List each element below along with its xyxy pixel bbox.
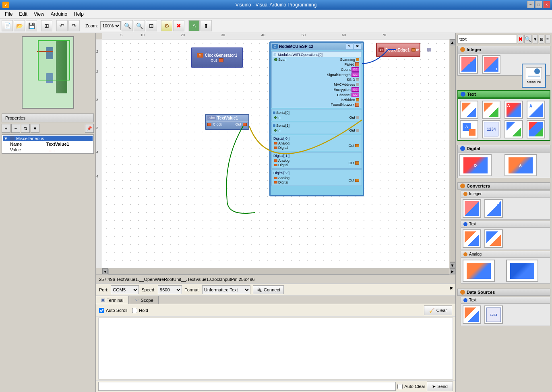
tree-item-miscellaneous[interactable]: ▼ Miscellaneous <box>3 136 93 141</box>
measure-item[interactable]: Measure <box>522 64 550 88</box>
nodemcu-component[interactable]: ⊙ NodeMCU ESP-12 ✎ ✖ ⊞ <box>269 41 364 196</box>
conv-analog-header[interactable]: Analog <box>461 251 550 258</box>
hold-checkbox[interactable]: Hold <box>132 308 148 313</box>
zoom-out-button[interactable]: 🔍 <box>134 20 145 31</box>
open-button[interactable]: 📂 <box>14 20 25 31</box>
props-sort-button[interactable]: ⇅ <box>21 124 30 133</box>
hold-check[interactable] <box>132 308 137 313</box>
text-comp-6[interactable]: 1234 <box>482 120 500 138</box>
menu-help[interactable]: Help <box>70 10 87 18</box>
text-comp-2[interactable] <box>482 101 500 119</box>
auto-clear-checkbox[interactable]: Auto Clear <box>397 384 425 389</box>
menu-view[interactable]: View <box>31 10 48 18</box>
conv-int-comp-2[interactable] <box>484 199 503 218</box>
digital2-label: Digital[ 2 ] <box>273 171 289 175</box>
redo-button[interactable]: ↷ <box>68 20 80 31</box>
connect-button[interactable]: 🔌 Connect <box>253 285 284 294</box>
integer-comp-2[interactable]: 1 <box>482 55 500 74</box>
search-options-button[interactable]: ▼ <box>533 35 538 43</box>
stop-button[interactable]: ✖ <box>173 20 184 31</box>
conv-text-comp-2[interactable] <box>484 229 503 248</box>
search-input[interactable] <box>457 35 517 43</box>
tab-terminal[interactable]: ▣ Terminal <box>96 296 129 304</box>
data-sources-header[interactable]: Data Sources <box>457 289 550 296</box>
format-select[interactable]: Unformatted Text <box>202 285 250 294</box>
zoom-select[interactable]: 50%75%100%125%150%200% <box>100 21 121 30</box>
tree-item-value[interactable]: Value ....... <box>9 147 93 153</box>
run-button[interactable]: ⚙ <box>161 20 172 31</box>
ds-text-header[interactable]: Text <box>461 297 550 303</box>
text-comp-7[interactable] <box>504 120 523 138</box>
speed-label: Speed: <box>141 287 155 292</box>
conv-text-comp-1[interactable] <box>463 229 481 248</box>
clear-button[interactable]: 🧹 Clear <box>424 305 452 315</box>
speed-select[interactable]: 9600 <box>158 285 182 294</box>
tab-scope[interactable]: 〰 Scope <box>130 296 159 304</box>
text-comp-5[interactable]: A <box>460 120 478 138</box>
search-filter-button[interactable]: ⊞ <box>539 35 544 43</box>
props-collapse-button[interactable]: − <box>11 124 20 133</box>
conv-digital-comp-1[interactable] <box>506 260 538 282</box>
integer-category-header[interactable]: Integer <box>457 46 550 53</box>
zoom-in-button[interactable]: 🔍 <box>122 20 133 31</box>
text-comp-3[interactable]: A <box>504 101 523 119</box>
menu-edit[interactable]: Edit <box>16 10 31 18</box>
arduino-button[interactable]: A <box>188 20 200 31</box>
menu-file[interactable]: File <box>2 10 16 18</box>
search-go-button[interactable]: 🔍 <box>524 35 532 43</box>
detect-edge-component[interactable]: ⊙ DetectEdge1 In Out <box>376 43 420 57</box>
send-input[interactable] <box>98 382 396 391</box>
digital-category-header[interactable]: Digital <box>457 145 550 152</box>
ds-text-comp-1[interactable]: ABC <box>463 305 481 324</box>
integer-comp-1[interactable] <box>459 55 478 74</box>
conv-int-comp-1[interactable] <box>463 199 481 218</box>
auto-scroll-checkbox[interactable]: Auto Scroll <box>99 308 127 313</box>
ruler-vertical: 2 2 3 3 4 4 <box>96 39 102 268</box>
conv-int-label: Integer <box>469 192 482 196</box>
search-more-button[interactable]: ≡ <box>545 35 551 43</box>
conv-text-header[interactable]: Text <box>461 221 550 227</box>
status-text: 257:496 TextValue1.__OpenWireRootUnit__.… <box>99 277 254 282</box>
auto-clear-check[interactable] <box>397 384 403 389</box>
props-expand-button[interactable]: + <box>2 124 10 133</box>
conv-integer-header[interactable]: Integer <box>461 190 550 197</box>
menu-arduino[interactable]: Arduino <box>48 10 70 18</box>
terminal-tab-label: Terminal <box>107 298 124 303</box>
upload-button[interactable]: ⬆ <box>201 20 212 31</box>
text-comp-1[interactable] <box>460 101 478 119</box>
undo-button[interactable]: ↶ <box>56 20 68 31</box>
bottom-tabs: ▣ Terminal 〰 Scope <box>96 296 455 304</box>
send-button[interactable]: ➤ Send <box>427 382 453 391</box>
search-clear-button[interactable]: ✖ <box>518 35 523 43</box>
minimize-button[interactable]: − <box>527 1 534 8</box>
zoom-fit-button[interactable]: ⊡ <box>146 20 157 31</box>
terminal-area[interactable] <box>98 318 453 380</box>
grid-button[interactable]: ⊞ <box>41 20 52 31</box>
port-select[interactable]: COM5 <box>111 285 139 294</box>
properties-header[interactable]: Properties <box>2 113 94 122</box>
maximize-button[interactable]: □ <box>535 1 542 8</box>
props-pin-button[interactable]: 📌 <box>85 124 94 133</box>
props-filter-button[interactable]: ▼ <box>31 124 39 133</box>
bottom-close-button[interactable]: ✖ <box>449 286 453 291</box>
canvas[interactable]: ⊙ ClockGenerator1 Out Abc TextValue1 <box>102 39 449 268</box>
analog-comp-1[interactable]: A <box>504 154 537 176</box>
conv-analog-grid <box>461 258 550 284</box>
canvas-hscroll[interactable]: ◄ ► <box>102 268 455 274</box>
new-button[interactable]: 📄 <box>2 20 13 31</box>
converters-category-header[interactable]: Converters <box>457 182 550 190</box>
text-comp-8[interactable] <box>527 120 545 138</box>
text-value-component[interactable]: Abc TextValue1 Clock Out <box>205 114 249 130</box>
clock-generator-component[interactable]: ⊙ ClockGenerator1 Out <box>191 47 243 68</box>
text-category-header[interactable]: Text <box>457 90 550 98</box>
tree-item-name[interactable]: Name TextValue1 <box>9 141 93 147</box>
canvas-vscroll[interactable]: ▲ ▼ <box>449 39 455 268</box>
ds-text-comp-2[interactable]: 1234 <box>484 305 503 324</box>
text-comp-4[interactable]: A <box>527 101 545 119</box>
conv-analog-comp-1[interactable] <box>463 260 495 282</box>
save-button[interactable]: 💾 <box>26 20 37 31</box>
digital-comp-1[interactable]: D <box>459 154 492 176</box>
close-button[interactable]: × <box>543 1 550 8</box>
converters-cat-icon <box>460 184 465 188</box>
auto-scroll-check[interactable] <box>99 308 104 313</box>
